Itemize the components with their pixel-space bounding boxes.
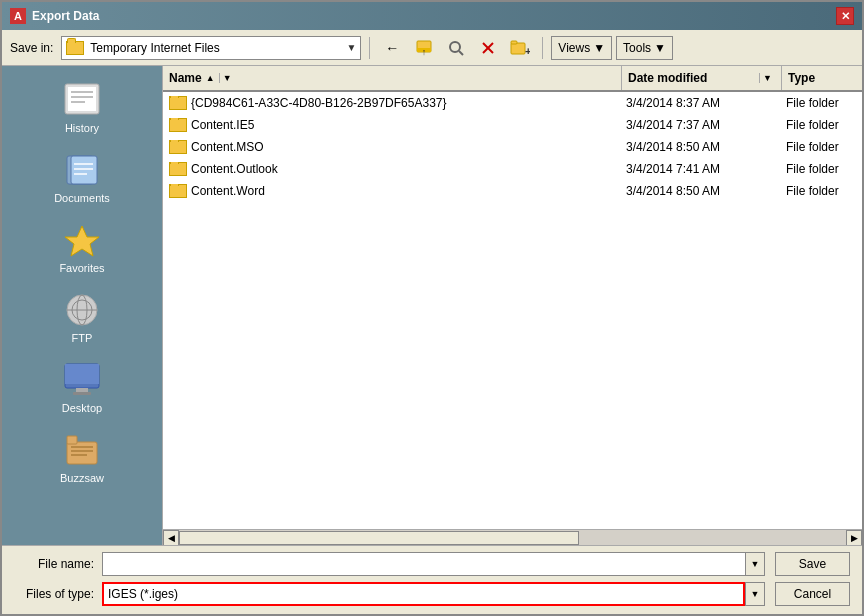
file-type-input[interactable] [102, 582, 745, 606]
scroll-track[interactable] [179, 530, 846, 546]
file-name-cell: {CD984C61-A33C-4D80-B126-2B97DF65A337} [165, 96, 620, 110]
table-row[interactable]: Content.IE5 3/4/2014 7:37 AM File folder [163, 114, 862, 136]
sidebar-favorites-label: Favorites [59, 262, 104, 274]
tools-arrow-icon: ▼ [654, 41, 666, 55]
save-button[interactable]: Save [775, 552, 850, 576]
close-button[interactable]: ✕ [836, 7, 854, 25]
file-name: Content.Word [191, 184, 265, 198]
file-name: Content.IE5 [191, 118, 254, 132]
folder-icon [169, 184, 187, 198]
scroll-thumb[interactable] [179, 531, 579, 545]
file-name-dropdown-arrow[interactable]: ▼ [745, 552, 765, 576]
new-folder-button[interactable]: + [506, 36, 534, 60]
toolbar-separator-2 [542, 37, 543, 59]
horizontal-scrollbar: ◀ ▶ [163, 529, 862, 545]
folder-icon [169, 118, 187, 132]
file-list: {CD984C61-A33C-4D80-B126-2B97DF65A337} 3… [163, 92, 862, 529]
history-icon [62, 80, 102, 120]
main-content: History Documents [2, 66, 862, 545]
col-type-label: Type [788, 71, 815, 85]
file-list-header: Name ▲ ▼ Date modified ▼ Type [163, 66, 862, 92]
file-date-cell: 3/4/2014 8:50 AM [620, 184, 780, 198]
scroll-right-button[interactable]: ▶ [846, 530, 862, 546]
search-button[interactable] [442, 36, 470, 60]
svg-rect-30 [67, 436, 77, 444]
file-panel: Name ▲ ▼ Date modified ▼ Type {CD984C [162, 66, 862, 545]
views-arrow-icon: ▼ [593, 41, 605, 55]
sidebar-history-label: History [65, 122, 99, 134]
save-in-folder-icon [66, 41, 84, 55]
ftp-icon [62, 290, 102, 330]
col-date-label: Date modified [628, 71, 707, 85]
title-bar: A Export Data ✕ [2, 2, 862, 30]
svg-rect-16 [71, 156, 97, 184]
up-button[interactable]: ↑ [410, 36, 438, 60]
toolbar-separator-1 [369, 37, 370, 59]
svg-rect-28 [73, 392, 91, 395]
svg-rect-7 [511, 43, 525, 54]
sidebar-item-favorites[interactable]: Favorites [2, 216, 162, 278]
file-type-input-container: ▼ [102, 582, 765, 606]
sort-arrow-icon: ▲ [206, 73, 215, 83]
file-type-label: Files of type: [14, 587, 94, 601]
svg-point-3 [450, 42, 460, 52]
sidebar-item-desktop[interactable]: Desktop [2, 356, 162, 418]
search-icon [447, 39, 465, 57]
delete-button[interactable] [474, 36, 502, 60]
file-name-cell: Content.IE5 [165, 118, 620, 132]
app-icon: A [10, 8, 26, 24]
sidebar-item-buzzsaw[interactable]: Buzzsaw [2, 426, 162, 488]
file-date-cell: 3/4/2014 8:50 AM [620, 140, 780, 154]
cancel-button[interactable]: Cancel [775, 582, 850, 606]
file-name: {CD984C61-A33C-4D80-B126-2B97DF65A337} [191, 96, 447, 110]
file-type-cell: File folder [780, 96, 860, 110]
svg-rect-32 [71, 450, 93, 452]
col-name-header[interactable]: Name ▲ ▼ [163, 66, 622, 90]
views-button[interactable]: Views ▼ [551, 36, 612, 60]
file-date-cell: 3/4/2014 7:37 AM [620, 118, 780, 132]
table-row[interactable]: Content.Outlook 3/4/2014 7:41 AM File fo… [163, 158, 862, 180]
sidebar: History Documents [2, 66, 162, 545]
svg-marker-20 [65, 226, 99, 256]
table-row[interactable]: {CD984C61-A33C-4D80-B126-2B97DF65A337} 3… [163, 92, 862, 114]
up-icon: ↑ [415, 39, 433, 57]
sidebar-buzzsaw-label: Buzzsaw [60, 472, 104, 484]
sidebar-item-history[interactable]: History [2, 76, 162, 138]
col-name-dropdown[interactable]: ▼ [219, 73, 235, 83]
file-date-cell: 3/4/2014 7:41 AM [620, 162, 780, 176]
toolbar: Save in: Temporary Internet Files ▼ ← ↑ [2, 30, 862, 66]
favorites-icon [62, 220, 102, 260]
file-name: Content.Outlook [191, 162, 278, 176]
file-name: Content.MSO [191, 140, 264, 154]
scroll-left-button[interactable]: ◀ [163, 530, 179, 546]
table-row[interactable]: Content.MSO 3/4/2014 8:50 AM File folder [163, 136, 862, 158]
col-type-header[interactable]: Type [782, 66, 862, 90]
col-date-header[interactable]: Date modified ▼ [622, 66, 782, 90]
desktop-icon [62, 360, 102, 400]
col-date-dropdown[interactable]: ▼ [759, 73, 775, 83]
file-date-cell: 3/4/2014 8:37 AM [620, 96, 780, 110]
folder-icon [169, 162, 187, 176]
sidebar-item-documents[interactable]: Documents [2, 146, 162, 208]
svg-rect-31 [71, 446, 93, 448]
buzzsaw-icon [62, 430, 102, 470]
bottom-panel: File name: ▼ Save Files of type: ▼ Cance… [2, 545, 862, 614]
file-name-label: File name: [14, 557, 94, 571]
file-name-cell: Content.Outlook [165, 162, 620, 176]
new-folder-icon: + [510, 39, 530, 57]
save-in-dropdown[interactable]: Temporary Internet Files ▼ [61, 36, 361, 60]
file-type-dropdown-arrow[interactable]: ▼ [745, 582, 765, 606]
folder-icon [169, 96, 187, 110]
back-button[interactable]: ← [378, 36, 406, 60]
file-type-cell: File folder [780, 162, 860, 176]
table-row[interactable]: Content.Word 3/4/2014 8:50 AM File folde… [163, 180, 862, 202]
tools-button[interactable]: Tools ▼ [616, 36, 673, 60]
file-name-input[interactable] [102, 552, 745, 576]
svg-line-4 [459, 51, 463, 55]
tools-label: Tools [623, 41, 651, 55]
svg-rect-29 [67, 442, 97, 464]
file-type-cell: File folder [780, 140, 860, 154]
sidebar-desktop-label: Desktop [62, 402, 102, 414]
title-bar-left: A Export Data [10, 8, 99, 24]
sidebar-item-ftp[interactable]: FTP [2, 286, 162, 348]
